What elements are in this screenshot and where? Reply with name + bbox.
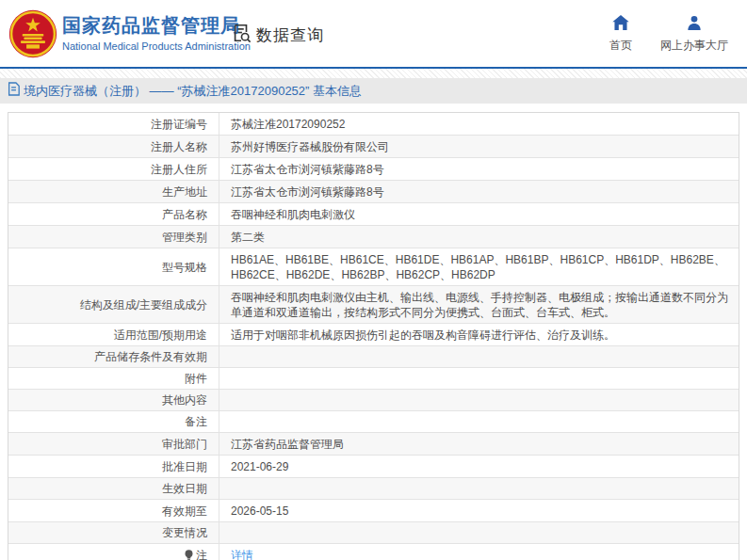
data-query-section[interactable]: 数据查询 bbox=[231, 23, 324, 47]
table-row: 批准日期2021-06-29 bbox=[8, 455, 739, 477]
row-label-text: 生效日期 bbox=[162, 482, 207, 496]
row-label-text: 适用范围/预期用途 bbox=[114, 328, 207, 343]
row-label-text: 审批部门 bbox=[162, 438, 207, 452]
row-value: 苏州好博医疗器械股份有限公司 bbox=[219, 136, 739, 157]
row-label-text: 备注 bbox=[185, 415, 207, 429]
row-value bbox=[219, 390, 739, 410]
row-label: 生效日期 bbox=[8, 478, 219, 499]
row-value bbox=[219, 368, 739, 389]
org-name-en: National Medical Products Administration bbox=[62, 40, 251, 52]
row-label-text: 变更情况 bbox=[162, 526, 207, 540]
document-icon bbox=[8, 82, 20, 100]
table-row: 其他内容 bbox=[8, 389, 739, 410]
row-value: 详情 bbox=[219, 544, 739, 560]
row-label: 审批部门 bbox=[8, 433, 219, 455]
row-label: 其他内容 bbox=[8, 390, 219, 410]
nav-home[interactable]: 首页 bbox=[609, 15, 632, 54]
row-value: 2021-06-29 bbox=[219, 456, 739, 477]
org-name-cn: 国家药品监督管理局 bbox=[62, 14, 251, 37]
row-label: 变更情况 bbox=[8, 522, 219, 543]
row-label-text: 注册证编号 bbox=[151, 118, 207, 132]
row-label-text: 生产地址 bbox=[162, 185, 207, 200]
site-header: 国家药品监督管理局 National Medical Products Admi… bbox=[0, 0, 747, 69]
table-row: 生效日期 bbox=[8, 477, 739, 499]
table-row: 管理类别第二类 bbox=[8, 225, 739, 248]
table-row: 结构及组成/主要组成成分吞咽神经和肌肉电刺激仪由主机、输出线、电源线、手持控制器… bbox=[8, 285, 739, 323]
row-label: 结构及组成/主要组成成分 bbox=[8, 286, 219, 323]
row-label: 型号规格 bbox=[8, 248, 219, 285]
table-row: 型号规格HB61AE、HB61BE、HB61CE、HB61DE、HB61AP、H… bbox=[8, 248, 739, 285]
row-label: 备注 bbox=[8, 411, 219, 432]
row-label: 有效期至 bbox=[8, 500, 219, 521]
table-row: 审批部门江苏省药品监督管理局 bbox=[8, 432, 739, 455]
row-label-text: 型号规格 bbox=[162, 261, 207, 275]
page-title: 境内医疗器械（注册） —— “苏械注准20172090252” 基本信息 bbox=[24, 83, 362, 100]
row-label-text: 注册人名称 bbox=[151, 140, 207, 154]
row-label: 附件 bbox=[8, 368, 219, 389]
row-label: 产品储存条件及有效期 bbox=[8, 346, 219, 367]
row-label-text: 附件 bbox=[185, 372, 207, 386]
row-label-text: 结构及组成/主要组成成分 bbox=[80, 298, 207, 312]
person-icon bbox=[687, 15, 702, 34]
home-icon bbox=[612, 15, 629, 34]
row-label: 注册人住所 bbox=[8, 158, 219, 180]
row-label-text: 产品储存条件及有效期 bbox=[94, 350, 207, 364]
nav-home-label: 首页 bbox=[609, 38, 632, 54]
table-row: 注册人住所江苏省太仓市浏河镇紫藤路8号 bbox=[8, 157, 739, 180]
row-value: 江苏省药品监督管理局 bbox=[219, 433, 739, 455]
row-value: 吞咽神经和肌肉电刺激仪由主机、输出线、电源线、手持控制器、电极组成；按输出通道数… bbox=[219, 286, 739, 323]
row-label: 批准日期 bbox=[8, 456, 219, 477]
row-value: 吞咽神经和肌肉电刺激仪 bbox=[219, 203, 739, 225]
row-value: 第二类 bbox=[219, 226, 739, 248]
table-row: 产品名称吞咽神经和肌肉电刺激仪 bbox=[8, 202, 739, 225]
row-value: 适用于对咽部非机械原因损伤引起的吞咽及构音障碍进行评估、治疗及训练。 bbox=[219, 324, 739, 345]
table-row: 注详情 bbox=[8, 543, 739, 560]
row-label-text: 产品名称 bbox=[162, 208, 207, 222]
detail-link[interactable]: 详情 bbox=[231, 548, 253, 560]
row-label-text: 管理类别 bbox=[162, 231, 207, 245]
header-nav: 首页 网上办事大厅 bbox=[609, 15, 728, 54]
row-value: 江苏省太仓市浏河镇紫藤路8号 bbox=[219, 158, 739, 180]
hatch-divider bbox=[0, 69, 747, 78]
table-row: 有效期至2026-05-15 bbox=[8, 499, 739, 521]
row-label: 产品名称 bbox=[8, 203, 219, 225]
row-value bbox=[219, 411, 739, 432]
row-label: 注 bbox=[8, 544, 219, 560]
table-row: 适用范围/预期用途适用于对咽部非机械原因损伤引起的吞咽及构音障碍进行评估、治疗及… bbox=[8, 323, 739, 345]
table-row: 变更情况 bbox=[8, 521, 739, 543]
row-label-text: 其他内容 bbox=[162, 393, 207, 408]
row-value: 2026-05-15 bbox=[219, 500, 739, 521]
document-search-icon bbox=[231, 23, 252, 47]
row-value bbox=[219, 522, 739, 543]
row-value bbox=[219, 478, 739, 499]
row-label-text: 有效期至 bbox=[162, 504, 207, 519]
table-row: 注册证编号苏械注准20172090252 bbox=[8, 113, 739, 135]
table-row: 产品储存条件及有效期 bbox=[8, 345, 739, 367]
row-value: HB61AE、HB61BE、HB61CE、HB61DE、HB61AP、HB61B… bbox=[219, 248, 739, 285]
table-row: 生产地址江苏省太仓市浏河镇紫藤路8号 bbox=[8, 180, 739, 202]
row-label: 注册证编号 bbox=[8, 113, 219, 135]
nav-service-hall-label: 网上办事大厅 bbox=[660, 38, 728, 54]
row-value: 苏械注准20172090252 bbox=[219, 113, 739, 135]
row-label: 生产地址 bbox=[8, 181, 219, 202]
national-emblem-logo bbox=[8, 9, 57, 58]
lightbulb-icon bbox=[184, 550, 194, 560]
table-row: 备注 bbox=[8, 410, 739, 432]
row-value bbox=[219, 346, 739, 367]
nav-service-hall[interactable]: 网上办事大厅 bbox=[660, 15, 728, 54]
row-label: 适用范围/预期用途 bbox=[8, 324, 219, 345]
row-value: 江苏省太仓市浏河镇紫藤路8号 bbox=[219, 181, 739, 202]
row-label-text: 注册人住所 bbox=[151, 163, 207, 177]
row-label: 管理类别 bbox=[8, 226, 219, 248]
row-label: 注册人名称 bbox=[8, 136, 219, 157]
table-row: 附件 bbox=[8, 367, 739, 389]
info-table: 注册证编号苏械注准20172090252注册人名称苏州好博医疗器械股份有限公司注… bbox=[8, 112, 739, 560]
table-row: 注册人名称苏州好博医疗器械股份有限公司 bbox=[8, 135, 739, 157]
data-query-label: 数据查询 bbox=[256, 24, 324, 46]
row-label-text: 注 bbox=[196, 549, 207, 560]
breadcrumb: 境内医疗器械（注册） —— “苏械注准20172090252” 基本信息 bbox=[0, 78, 747, 104]
row-label-text: 批准日期 bbox=[162, 460, 207, 474]
org-title-block: 国家药品监督管理局 National Medical Products Admi… bbox=[62, 14, 251, 52]
